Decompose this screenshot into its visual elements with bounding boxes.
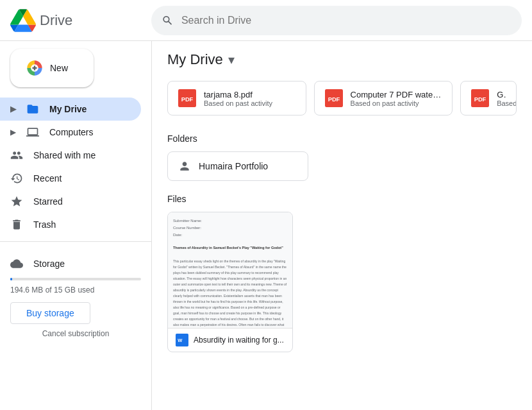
cancel-subscription[interactable]: Cancel subscription [10,329,141,338]
suggested-card-1[interactable]: PDF Computer 7 PDF watermark r... Based … [314,81,453,115]
storage-label: Storage [10,257,141,270]
new-button-label: New [50,63,68,73]
file-footer-0: W Absurdity in waiting for g... [168,328,292,352]
content-area: My Drive ▾ PDF tarjama 8.pdf Based on pa… [152,41,532,410]
suggested-name-1: Computer 7 PDF watermark r... [351,90,442,99]
drive-logo-icon [10,8,36,33]
sidebar-item-recent[interactable]: Recent [0,167,141,190]
sidebar-item-label-trash: Trash [33,219,56,230]
sidebar: New ▶ My Drive ▶ Computers Shared with m… [0,41,152,410]
sidebar-item-computers[interactable]: ▶ Computers [0,121,141,144]
recent-icon [10,172,23,185]
logo-area: Drive [10,8,151,33]
expand-arrow: ▶ [10,105,16,114]
file-preview-0: Submitter Name: Course Number: Date: The… [168,212,292,328]
pdf-icon-0: PDF [178,89,196,107]
folder-card-0[interactable]: Humaira Portfolio [167,151,308,181]
new-button[interactable]: New [10,49,94,87]
svg-text:PDF: PDF [181,96,194,103]
folder-name-0: Humaira Portfolio [199,161,268,171]
storage-text: 194.6 MB of 15 GB used [10,286,141,295]
suggested-sub-1: Based on past activity [351,99,442,107]
pdf-icon-2: PDF [471,89,489,107]
sidebar-item-label-computers: Computers [49,127,93,137]
search-bar[interactable] [151,6,522,35]
sidebar-item-starred[interactable]: Starred [0,190,141,213]
folders-section-title: Folders [167,133,517,144]
svg-text:W: W [178,337,183,343]
sidebar-item-label-starred: Starred [33,196,63,207]
suggested-info-0: tarjama 8.pdf Based on past activity [204,90,272,107]
sidebar-divider [0,241,151,242]
sidebar-item-shared[interactable]: Shared with me [0,144,141,167]
search-input[interactable] [181,15,511,26]
computer-icon [26,126,39,139]
shared-icon [10,149,23,162]
sidebar-item-my-drive[interactable]: ▶ My Drive [0,98,141,121]
content-header: My Drive ▾ [167,51,517,68]
logo-text: Drive [40,12,72,29]
svg-text:PDF: PDF [474,96,486,103]
files-section-title: Files [167,194,517,204]
trash-icon [10,218,23,231]
topbar: Drive [0,0,532,41]
word-icon-0: W [176,334,188,346]
folder-icon [178,160,191,173]
suggested-card-0[interactable]: PDF tarjama 8.pdf Based on past activity [167,81,306,115]
suggested-name-2: G... [497,90,506,99]
file-name-0: Absurdity in waiting for g... [194,336,284,345]
file-card-0[interactable]: Submitter Name: Course Number: Date: The… [167,212,293,352]
suggested-row: PDF tarjama 8.pdf Based on past activity… [167,81,517,115]
suggested-sub-0: Based on past activity [204,99,272,107]
sidebar-item-trash[interactable]: Trash [0,213,141,236]
suggested-info-2: G... Based [497,90,506,107]
star-icon [10,195,23,208]
search-icon [162,14,174,27]
suggested-card-2[interactable]: PDF G... Based [460,81,517,115]
svg-text:PDF: PDF [328,96,340,103]
storage-bar-fill [10,278,12,280]
drive-dropdown-arrow[interactable]: ▾ [228,52,235,67]
new-plus-icon [26,59,44,77]
buy-storage-button[interactable]: Buy storage [10,302,90,324]
sidebar-item-label-shared: Shared with me [33,150,96,160]
suggested-sub-2: Based [497,99,506,107]
main-layout: New ▶ My Drive ▶ Computers Shared with m… [0,41,532,410]
sidebar-item-label-my-drive: My Drive [49,104,87,114]
drive-icon [26,103,39,115]
content-title: My Drive [167,51,223,68]
pdf-icon-1: PDF [325,89,343,107]
suggested-info-1: Computer 7 PDF watermark r... Based on p… [351,90,442,107]
expand-arrow-computers: ▶ [10,128,16,137]
suggested-name-0: tarjama 8.pdf [204,90,272,99]
storage-icon [10,257,23,270]
sidebar-item-label-recent: Recent [33,173,62,184]
storage-section: Storage 194.6 MB of 15 GB used Buy stora… [0,247,151,343]
storage-bar [10,278,141,280]
